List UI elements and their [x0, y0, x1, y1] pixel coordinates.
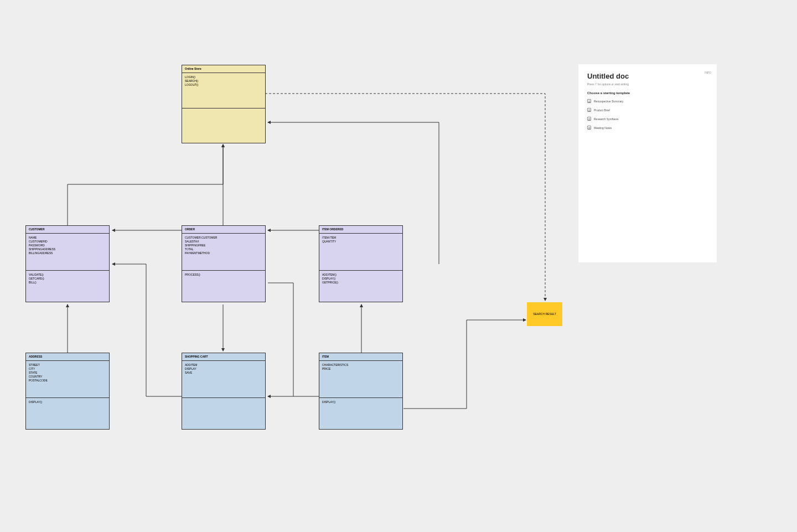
class-item[interactable]: ITEM CHARACTERISTICS PRICE DISPLAY()	[319, 353, 403, 430]
attr: COUNTRY	[29, 375, 106, 379]
class-shopping-cart[interactable]: SHOPPING CART ADDITEM DISPLAY SAVE	[182, 353, 266, 430]
class-attrs: ADDITEM DISPLAY SAVE	[182, 361, 265, 398]
class-order[interactable]: ORDER CUSTOMER:CUSTOMER SALESTAX SHIPPIN…	[182, 225, 266, 302]
op: PROCESS()	[185, 273, 262, 277]
class-attrs: CHARACTERISTICS PRICE	[319, 361, 402, 398]
attr: BILLINGADDRESS	[29, 251, 106, 255]
attr: CUSTOMERID	[29, 240, 106, 244]
op: DISPLAY()	[322, 400, 400, 404]
document-icon	[587, 108, 591, 112]
class-attrs: ITEM:ITEM QUANTITY	[319, 234, 402, 271]
class-attrs: NAME CUSTOMERID PASSWORD SHIPPINGADDRESS…	[26, 234, 109, 271]
attr: LOGIN()	[185, 75, 262, 79]
attr: STREET	[29, 363, 106, 367]
attr: PAYMENTMETHOD	[185, 251, 262, 255]
attr: NAME	[29, 236, 106, 240]
info-label[interactable]: INFO	[705, 71, 711, 74]
class-title: ITEM	[319, 353, 402, 361]
op: BILL()	[29, 281, 106, 285]
attr: TOTAL	[185, 247, 262, 251]
class-item-ordered[interactable]: ITEM ORDERED ITEM:ITEM QUANTITY ADDITEM(…	[319, 225, 403, 302]
attr: SHIPPINGFREE	[185, 244, 262, 247]
class-customer[interactable]: CUSTOMER NAME CUSTOMERID PASSWORD SHIPPI…	[25, 225, 110, 302]
class-title: ITEM ORDERED	[319, 226, 402, 234]
attr: SAVE	[185, 371, 262, 375]
op: DISPLAY()	[322, 277, 400, 281]
attr: POSTALCODE	[29, 379, 106, 383]
class-ops: DISPLAY()	[26, 398, 109, 429]
attr: DISPLAY	[185, 367, 262, 371]
class-online-store[interactable]: Online Store LOGIN() SEARCH() LOGOUT()	[182, 65, 266, 143]
attr: ADDITEM	[185, 363, 262, 367]
template-label: Product Brief	[594, 109, 610, 112]
class-title: SHOPPING CART	[182, 353, 265, 361]
attr: STATE	[29, 371, 106, 375]
attr: QUANTITY	[322, 240, 400, 244]
doc-title[interactable]: Untitled doc	[587, 72, 708, 80]
document-icon	[587, 117, 591, 121]
attr: ITEM:ITEM	[322, 236, 400, 240]
choose-template-heading: Choose a starting template	[587, 91, 708, 95]
op: ADDITEM()	[322, 273, 400, 277]
template-label: Meeting Notes	[594, 126, 612, 130]
template-product-brief[interactable]: Product Brief	[587, 108, 708, 112]
attr: CHARACTERISTICS	[322, 363, 400, 367]
attr: CUSTOMER:CUSTOMER	[185, 236, 262, 240]
template-retrospective[interactable]: Retrospective Summary	[587, 99, 708, 103]
class-ops	[182, 398, 265, 429]
class-ops	[182, 109, 265, 143]
attr: CITY	[29, 367, 106, 371]
template-research-synthesis[interactable]: Research Synthesis	[587, 117, 708, 121]
document-icon	[587, 126, 591, 130]
class-address[interactable]: ADDRESS STREET CITY STATE COUNTRY POSTAL…	[25, 353, 110, 430]
class-ops: DISPLAY()	[319, 398, 402, 429]
class-title: ADDRESS	[26, 353, 109, 361]
class-search-result[interactable]: SEARCH RESULT	[527, 302, 562, 326]
attr: SHIPPINGADDRESS	[29, 247, 106, 251]
class-attrs: CUSTOMER:CUSTOMER SALESTAX SHIPPINGFREE …	[182, 234, 265, 271]
doc-panel[interactable]: INFO Untitled doc Press '/' for options …	[578, 64, 717, 262]
attr: PASSWORD	[29, 244, 106, 247]
class-ops: ADDITEM() DISPLAY() GETPRICE()	[319, 271, 402, 302]
doc-hint: Press '/' for options or start writing	[587, 82, 708, 86]
class-ops: PROCESS()	[182, 271, 265, 302]
template-label: Retrospective Summary	[594, 100, 623, 103]
class-title: CUSTOMER	[26, 226, 109, 234]
attr: LOGOUT()	[185, 83, 262, 87]
op: DISPLAY()	[29, 400, 106, 404]
class-title: Online Store	[182, 65, 265, 73]
class-title: ORDER	[182, 226, 265, 234]
op: GETPRICE()	[322, 281, 400, 285]
attr: SEARCH()	[185, 79, 262, 83]
op: GETCARD()	[29, 277, 106, 281]
class-attrs: STREET CITY STATE COUNTRY POSTALCODE	[26, 361, 109, 398]
op: VALIDATE()	[29, 273, 106, 277]
class-title: SEARCH RESULT	[533, 312, 556, 316]
attr: PRICE	[322, 367, 400, 371]
attr: SALESTAX	[185, 240, 262, 244]
class-ops: VALIDATE() GETCARD() BILL()	[26, 271, 109, 302]
template-meeting-notes[interactable]: Meeting Notes	[587, 126, 708, 130]
class-attrs: LOGIN() SEARCH() LOGOUT()	[182, 73, 265, 109]
document-icon	[587, 99, 591, 103]
template-label: Research Synthesis	[594, 117, 618, 121]
